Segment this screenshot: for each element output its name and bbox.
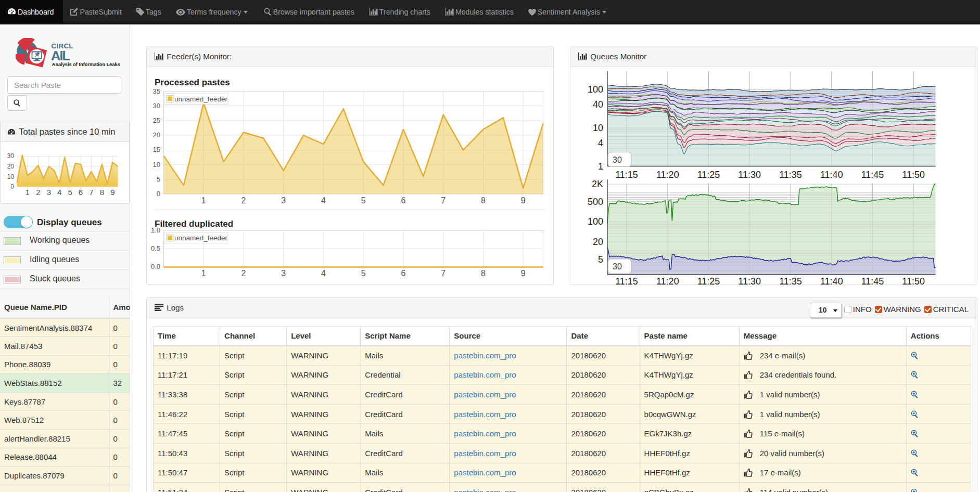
svg-text:1: 1 xyxy=(598,161,603,172)
svg-text:100: 100 xyxy=(588,216,603,227)
svg-text:5: 5 xyxy=(598,254,603,265)
svg-text:10: 10 xyxy=(153,161,160,169)
svg-text:9: 9 xyxy=(521,269,526,278)
svg-text:3: 3 xyxy=(47,188,51,197)
svg-text:1.0: 1.0 xyxy=(151,227,160,234)
svg-text:7: 7 xyxy=(441,196,446,205)
svg-text:11:45: 11:45 xyxy=(861,170,884,180)
svg-text:30: 30 xyxy=(613,156,622,164)
svg-text:11:25: 11:25 xyxy=(697,276,720,286)
svg-text:6: 6 xyxy=(401,196,405,205)
svg-text:5: 5 xyxy=(68,188,72,197)
svg-text:0.0: 0.0 xyxy=(151,263,160,270)
svg-text:500: 500 xyxy=(588,197,603,207)
svg-text:11:50: 11:50 xyxy=(902,170,925,180)
svg-text:11:15: 11:15 xyxy=(615,170,638,180)
svg-text:8: 8 xyxy=(481,269,486,278)
svg-text:1: 1 xyxy=(26,188,30,197)
svg-text:11:30: 11:30 xyxy=(738,170,761,180)
svg-text:11:25: 11:25 xyxy=(697,170,720,180)
svg-text:2: 2 xyxy=(241,196,246,205)
svg-text:8: 8 xyxy=(481,196,486,205)
svg-text:20: 20 xyxy=(153,131,160,139)
svg-text:20: 20 xyxy=(593,237,603,247)
svg-text:11:40: 11:40 xyxy=(820,276,843,286)
svg-text:4: 4 xyxy=(598,138,603,148)
svg-text:10: 10 xyxy=(7,173,15,180)
svg-text:30: 30 xyxy=(153,102,160,110)
svg-text:5: 5 xyxy=(157,175,160,183)
svg-text:11:40: 11:40 xyxy=(820,170,843,180)
svg-text:3: 3 xyxy=(281,269,286,278)
svg-text:20: 20 xyxy=(7,163,15,170)
svg-text:0: 0 xyxy=(157,190,160,198)
svg-text:1: 1 xyxy=(201,196,206,205)
svg-text:4: 4 xyxy=(321,196,326,205)
svg-text:11:20: 11:20 xyxy=(656,276,679,286)
svg-text:30: 30 xyxy=(7,152,15,160)
svg-text:9: 9 xyxy=(521,196,526,205)
svg-text:11:50: 11:50 xyxy=(902,276,925,286)
svg-text:11:45: 11:45 xyxy=(861,276,884,286)
svg-text:unnamed_feeder: unnamed_feeder xyxy=(174,234,228,242)
svg-text:4: 4 xyxy=(57,188,61,197)
svg-text:8: 8 xyxy=(100,188,104,197)
svg-text:1: 1 xyxy=(201,269,206,278)
svg-text:Analysis of Information Leaks: Analysis of Information Leaks xyxy=(52,61,120,67)
svg-text:4: 4 xyxy=(321,269,326,278)
svg-text:10: 10 xyxy=(593,123,603,133)
svg-text:5: 5 xyxy=(361,269,366,278)
svg-text:7: 7 xyxy=(89,188,93,197)
svg-text:7: 7 xyxy=(441,269,446,278)
svg-text:35: 35 xyxy=(153,87,160,95)
svg-text:11:30: 11:30 xyxy=(738,276,761,286)
svg-text:AIL: AIL xyxy=(51,48,70,63)
svg-text:25: 25 xyxy=(153,116,160,124)
svg-text:2: 2 xyxy=(36,188,40,197)
svg-text:2: 2 xyxy=(241,269,246,278)
svg-text:2K: 2K xyxy=(592,179,603,189)
svg-text:6: 6 xyxy=(401,269,405,278)
svg-text:0.5: 0.5 xyxy=(151,244,160,252)
svg-text:3: 3 xyxy=(281,196,286,205)
svg-text:30: 30 xyxy=(613,262,622,271)
svg-text:100: 100 xyxy=(588,84,603,95)
svg-text:11:35: 11:35 xyxy=(779,276,802,286)
svg-text:11:35: 11:35 xyxy=(779,170,802,180)
svg-text:15: 15 xyxy=(153,146,160,153)
svg-text:11:20: 11:20 xyxy=(656,170,679,180)
svg-text:5: 5 xyxy=(361,196,366,205)
svg-text:6: 6 xyxy=(79,188,83,197)
svg-text:11:15: 11:15 xyxy=(615,276,638,286)
svg-text:9: 9 xyxy=(110,188,114,197)
svg-text:0: 0 xyxy=(10,183,14,190)
svg-text:unnamed_feeder: unnamed_feeder xyxy=(174,95,228,103)
svg-text:40: 40 xyxy=(593,99,603,110)
